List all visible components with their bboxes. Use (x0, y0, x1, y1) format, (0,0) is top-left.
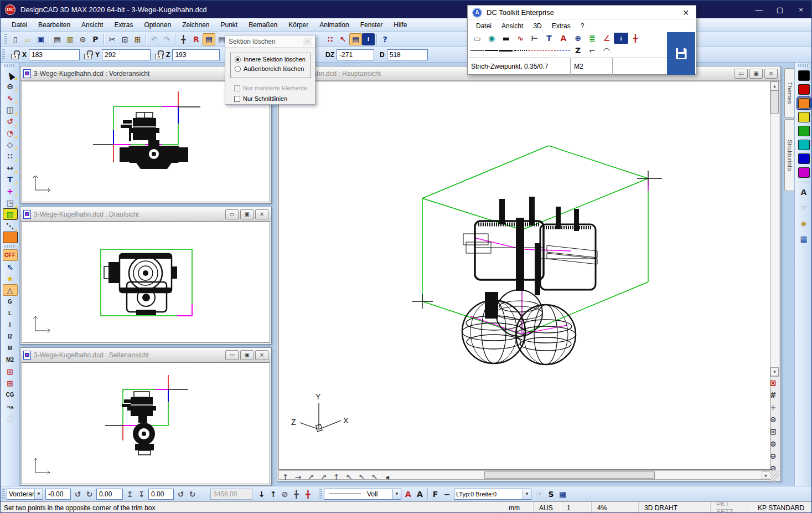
zoom-out-icon[interactable]: ⊖ (767, 450, 779, 462)
polyline-icon[interactable]: ∿ (3, 92, 18, 104)
view-arrow-nw-low-icon[interactable]: ↖ (368, 471, 381, 483)
line-thick-icon[interactable] (499, 45, 513, 56)
toolkit-save-panel[interactable] (667, 32, 695, 75)
zoom-window-icon[interactable]: ⊡ (767, 425, 779, 438)
f-mode-icon[interactable]: F (430, 488, 441, 500)
print-icon[interactable]: ▤ (51, 33, 64, 45)
zoom-icon[interactable]: ⊖ (3, 80, 18, 92)
context-help-icon[interactable]: ? (379, 33, 391, 45)
color-orange[interactable] (798, 98, 810, 109)
line-thin-icon[interactable] (470, 45, 484, 56)
aus-status[interactable]: AUS (533, 502, 561, 513)
camera-delete-icon[interactable]: ⊘ (279, 488, 291, 500)
pkt-setz-status[interactable]: PKT SETZ (710, 502, 752, 513)
hauptansicht-canvas[interactable]: Y X Z (278, 81, 771, 470)
render-icon[interactable]: R (190, 33, 203, 45)
draufsicht-titlebar[interactable]: 3-Wege-Kugelhahn.dcd : Draufsicht ▭ ▣ × (20, 207, 271, 222)
grid-snap-icon[interactable]: G (3, 296, 18, 307)
copy-attr-icon[interactable]: ▦ (798, 233, 810, 245)
select-edit-icon[interactable]: ↖ (337, 33, 349, 45)
arc-icon[interactable]: ◠ (599, 45, 614, 56)
angle-icon[interactable]: ⌐ (585, 45, 599, 56)
radio-aussenbereich[interactable]: Außenbereich löschen (235, 65, 311, 72)
draufsicht-maximize-button[interactable]: ▣ (240, 209, 254, 219)
point-star-icon[interactable]: ╋ (628, 33, 643, 44)
dz-input[interactable] (337, 49, 374, 60)
menu-item-k-rper[interactable]: Körper (283, 19, 314, 30)
point-icon[interactable]: + (3, 185, 18, 197)
open-folder-icon[interactable]: ▱ (22, 33, 34, 45)
radio-icon[interactable] (235, 66, 241, 72)
select-arrow-icon[interactable]: ▲ (3, 69, 18, 80)
menu-item-zeichnen[interactable]: Zeichnen (177, 19, 215, 30)
scroll-left-icon[interactable]: ◂ (381, 471, 394, 483)
menu-item-optionen[interactable]: Optionen (138, 19, 177, 30)
plot-icon[interactable]: P (89, 33, 102, 45)
menu-item-fenster[interactable]: Fenster (355, 19, 389, 30)
menu-item-animation[interactable]: Animation (314, 19, 354, 30)
x-input[interactable] (29, 49, 80, 60)
point-snap-icon[interactable]: ⊞ (3, 366, 18, 377)
menu-item--[interactable]: ? (576, 21, 589, 31)
scroll-down-icon[interactable]: ▾ (770, 367, 779, 376)
window-resize-grip[interactable] (770, 470, 779, 480)
font-normal-icon[interactable]: A (414, 488, 426, 500)
menu-item-bearbeiten[interactable]: Bearbeiten (33, 19, 76, 30)
menu-item-punkt[interactable]: Punkt (215, 19, 244, 30)
center-point-icon[interactable]: ╋ (302, 488, 314, 500)
chevron-down-icon[interactable]: ▼ (523, 489, 531, 499)
measure-icon[interactable]: ∠ (599, 33, 614, 44)
rotate-icon[interactable]: ↺ (3, 115, 18, 127)
move-down-icon[interactable]: ↓ (256, 488, 267, 500)
view-arrow-up-icon[interactable]: ↑ (279, 471, 292, 483)
color-blue[interactable] (798, 153, 810, 164)
z-lock-icon[interactable] (155, 54, 163, 59)
rotate-left-icon[interactable]: ↺ (72, 488, 84, 500)
linestyle-select[interactable]: Voll ▼ (324, 489, 401, 500)
intersect2-snap-icon[interactable]: I2 (3, 331, 18, 342)
minus-icon[interactable]: − (441, 488, 453, 500)
menu-item-ansicht[interactable]: Ansicht (496, 21, 528, 31)
dashed-line-icon[interactable]: ⋱ (3, 220, 18, 232)
box-3d-icon[interactable]: ◫ (3, 104, 18, 115)
handles-icon[interactable]: ∷ (324, 33, 337, 45)
text-attr-icon[interactable]: A (798, 186, 810, 198)
app-minimize-button[interactable]: — (748, 1, 769, 18)
left-toolbar-grip[interactable] (4, 64, 15, 67)
center-view-icon[interactable]: ╋ (291, 488, 302, 500)
zoom-fit-icon[interactable]: ⊙ (767, 413, 779, 425)
draufsicht-minimize-button[interactable]: ▭ (225, 209, 239, 219)
circle-icon[interactable]: ◔ (3, 127, 18, 138)
dialog-titlebar[interactable]: Sektion löschen x (225, 35, 315, 48)
layer-status[interactable]: 1 (561, 502, 591, 513)
hauptansicht-minimize-button[interactable]: ▭ (735, 69, 748, 79)
ltyp-select[interactable]: LTyp:0 Breite:0 ▼ (454, 489, 531, 500)
app-maximize-button[interactable]: ▢ (769, 1, 790, 18)
cut-icon[interactable]: ✂ (106, 33, 118, 45)
horizontal-scrollbar[interactable]: ↑→↗↗↑↖↖↖◂ ▸ (278, 470, 771, 480)
target-icon[interactable]: ⊕ (571, 33, 585, 44)
view-arrow-right-icon[interactable]: → (292, 471, 304, 483)
checkbox-icon[interactable] (234, 85, 240, 91)
view-arrow-nw-high-icon[interactable]: ↖ (343, 471, 355, 483)
menu-item-ansicht[interactable]: Ansicht (76, 19, 108, 30)
paste-icon[interactable]: ⊞ (131, 33, 144, 45)
circle-tool-icon[interactable]: ◌ (3, 412, 18, 424)
spin-left-icon[interactable]: ↺ (175, 488, 187, 500)
menu-item-extras[interactable]: Extras (108, 19, 138, 30)
toolkit-close-button[interactable]: ✕ (680, 8, 691, 17)
angle2-input[interactable] (96, 489, 123, 500)
menu-item-datei[interactable]: Datei (6, 19, 33, 30)
z-input[interactable] (172, 49, 220, 60)
section-info-icon[interactable]: ▤ (349, 33, 362, 45)
snap-off-button[interactable]: OFF (3, 249, 18, 261)
undo-icon[interactable]: ↶ (148, 33, 161, 45)
y-input[interactable] (102, 49, 151, 60)
line-medium-icon[interactable] (484, 45, 499, 56)
center-snap-icon[interactable]: ⊞ (3, 377, 18, 389)
sektion-loeschen-dialog[interactable]: Sektion löschen x Innere Sektion löschen… (225, 35, 316, 105)
kp-standard-status[interactable]: KP STANDARD (752, 502, 812, 513)
coordbar-grip[interactable] (2, 49, 5, 60)
view-arrow-nw-icon[interactable]: ↖ (355, 471, 368, 483)
app-close-button[interactable]: × (790, 1, 811, 18)
